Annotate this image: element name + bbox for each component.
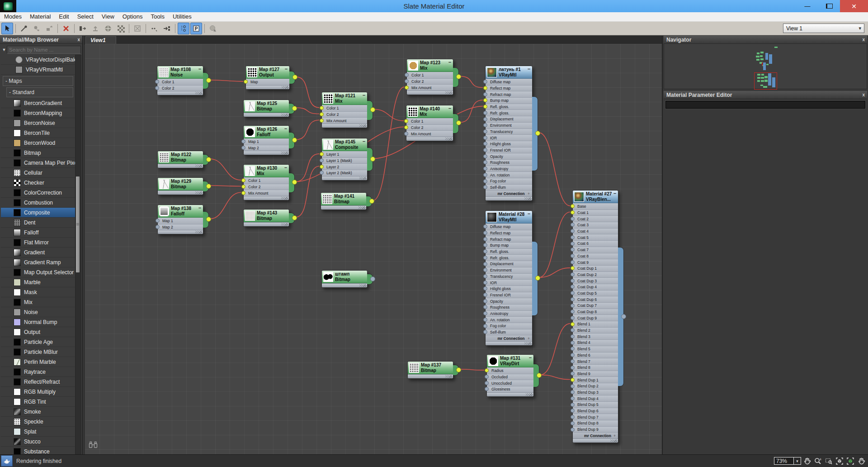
node-map108[interactable]: Map #108Noise–Color 1Color 2 [157, 66, 203, 95]
node-header[interactable]: Map #122Bitmap [158, 151, 203, 164]
browser-item-rgb-tint[interactable]: RGB Tint [1, 397, 75, 407]
expand-icon[interactable]: + [613, 434, 616, 438]
input-socket[interactable] [571, 316, 575, 320]
input-socket[interactable] [571, 403, 575, 407]
output-socket[interactable] [370, 157, 375, 162]
browser-item-rgb-multiply[interactable]: RGB Multiply [1, 387, 75, 397]
menu-tools[interactable]: Tools [147, 12, 169, 21]
node-header[interactable]: Material #28VRayMtl– [486, 211, 532, 224]
input-socket[interactable] [571, 378, 575, 382]
input-socket[interactable] [571, 428, 575, 432]
input-socket[interactable] [241, 146, 245, 150]
node-resize-grip[interactable] [322, 124, 367, 128]
input-slot-refract-map[interactable]: Refract map [486, 236, 532, 242]
input-socket[interactable] [571, 210, 575, 214]
node-header[interactable]: Map #137Bitmap [408, 362, 453, 374]
navigator-minimap[interactable] [664, 43, 867, 89]
search-options-icon[interactable]: ▼ [1, 46, 7, 53]
mr-connection-row[interactable]: mr Connection+ [573, 432, 618, 438]
node-resize-grip[interactable] [407, 91, 453, 95]
output-socket[interactable] [292, 215, 297, 220]
input-slot-fresnel-ior[interactable]: Fresnel IOR [486, 147, 532, 153]
input-slot-roughness[interactable]: Roughness [486, 159, 532, 166]
node-header[interactable]: Material #27VRayBlen...– [573, 191, 618, 203]
node-header[interactable]: штампBitmap [322, 271, 367, 283]
input-slot-displacement[interactable]: Displacement [486, 116, 532, 122]
wire-map125-to-map121[interactable] [296, 108, 319, 114]
output-socket[interactable] [535, 131, 540, 136]
input-slot-coat-8[interactable]: Coat 8 [573, 253, 618, 259]
node-header[interactable]: Map #127Output– [246, 66, 289, 79]
input-slot-occluded[interactable]: Occluded [487, 374, 533, 380]
hide-unused-nodeslots-button[interactable] [90, 23, 101, 34]
input-socket[interactable] [241, 191, 245, 195]
tab-view1[interactable]: View1 [85, 36, 116, 44]
parameter-editor-toggle-button[interactable]: P [190, 23, 202, 34]
input-socket[interactable] [405, 86, 409, 90]
pick-material-from-object-button[interactable] [18, 23, 30, 34]
collapse-node-button[interactable]: – [198, 66, 201, 71]
input-socket[interactable] [571, 297, 575, 301]
delete-selected-button[interactable] [60, 23, 72, 34]
node-map122[interactable]: Map #122Bitmap [157, 151, 203, 168]
browser-item-colorcorrection[interactable]: ColorCorrection [1, 188, 75, 198]
input-slot-hilight-gloss[interactable]: Hilight gloss [486, 286, 532, 292]
input-slot-map-2[interactable]: Map 2 [244, 145, 289, 151]
close-button[interactable]: ✕ [840, 0, 868, 12]
node-header[interactable]: Map #140Mix– [406, 105, 453, 118]
input-slot-color-2[interactable]: Color 2 [244, 184, 289, 190]
node-resize-grip[interactable] [321, 205, 366, 210]
node-map123[interactable]: Map #123Mix–Color 1Color 2Mix Amount [406, 59, 453, 95]
input-slot-opacity[interactable]: Opacity [486, 298, 532, 304]
input-slot-diffuse-map[interactable]: Diffuse map [486, 224, 532, 230]
input-slot-fog-color[interactable]: Fog color [486, 178, 532, 184]
input-slot-blend-2[interactable]: Blend 2 [573, 327, 618, 334]
input-slot-refl-gloss-[interactable]: Refl. gloss. [486, 104, 532, 110]
group-maps[interactable]: - Maps [3, 76, 73, 86]
input-slot-coat-dup-5[interactable]: Coat Dup 5 [573, 290, 618, 296]
input-slot-coat-6[interactable]: Coat 6 [573, 240, 618, 247]
input-slot-self-illum[interactable]: Self-illum [486, 184, 532, 191]
node-resize-grip[interactable] [487, 392, 533, 396]
input-slot-coat-1[interactable]: Coat 1 [573, 210, 618, 216]
input-socket[interactable] [571, 279, 575, 283]
collapse-node-button[interactable]: – [363, 92, 365, 98]
input-slot-blend-7[interactable]: Blend 7 [573, 358, 618, 364]
input-socket[interactable] [483, 154, 487, 158]
collapse-node-button[interactable]: – [198, 205, 201, 210]
input-socket[interactable] [485, 375, 489, 379]
close-icon[interactable]: x [77, 37, 80, 42]
input-slot-color-1[interactable]: Color 1 [322, 105, 367, 111]
browser-item-flat-mirror[interactable]: Flat Mirror [1, 238, 75, 248]
input-slot-translucency[interactable]: Translucency [486, 129, 532, 135]
input-slot-map-1[interactable]: Map 1 [244, 138, 289, 145]
zoom-tool-button[interactable]: ± [813, 456, 823, 466]
node-shtamp[interactable]: штампBitmap [321, 270, 368, 288]
input-socket[interactable] [483, 299, 487, 303]
input-socket[interactable] [241, 185, 245, 189]
input-slot-ior[interactable]: IOR [486, 134, 532, 141]
browser-item-combustion[interactable]: Combustion [1, 198, 75, 208]
input-slot-mix-amount[interactable]: Mix Amount [406, 130, 453, 137]
browser-item-checker[interactable]: Checker [1, 178, 75, 188]
input-socket[interactable] [483, 148, 487, 152]
node-map145[interactable]: Map #145Composite–Layer 1Layer 1 (Mask)L… [321, 138, 368, 181]
input-slot-blend-dup-7[interactable]: Blend Dup 7 [573, 414, 618, 420]
menu-select[interactable]: Select [73, 12, 98, 21]
input-slot-diffuse-map[interactable]: Diffuse map [486, 79, 532, 85]
output-socket[interactable] [456, 367, 461, 372]
input-socket[interactable] [571, 254, 575, 258]
input-socket[interactable] [571, 322, 575, 326]
browser-item-raytrace[interactable]: Raytrace [1, 367, 75, 377]
input-slot-coat-4[interactable]: Coat 4 [573, 228, 618, 234]
output-socket[interactable] [537, 373, 542, 378]
output-socket[interactable] [370, 276, 375, 281]
node-header[interactable]: Map #130Mix– [244, 165, 289, 177]
input-slot-layer-2-mask-[interactable]: Layer 2 (Mask) [322, 170, 367, 176]
node-header[interactable]: Map #131VRayDirt– [487, 355, 533, 367]
input-slot-reflect-map[interactable]: Reflect map [486, 230, 532, 236]
input-slot-layer-2[interactable]: Layer 2 [322, 163, 367, 170]
input-socket[interactable] [571, 272, 575, 276]
input-slot-coat-9[interactable]: Coat 9 [573, 259, 618, 265]
input-slot-map[interactable]: Map [246, 79, 289, 85]
